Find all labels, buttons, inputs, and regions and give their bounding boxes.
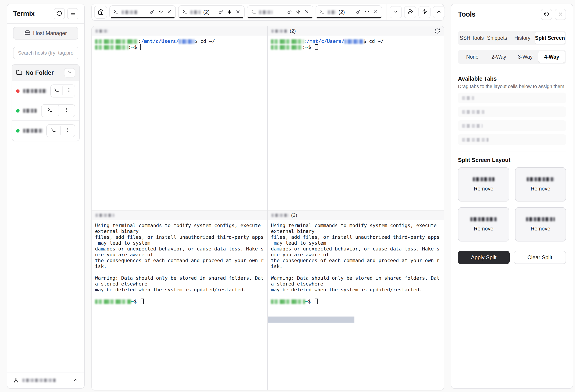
sidebar-menu-button[interactable] [67,8,78,19]
prompt-path: /mnt/c/Users/ [307,38,344,44]
username-redacted [22,379,56,382]
collapse-tabbar-button[interactable] [433,6,445,18]
host-connect-button[interactable] [42,105,58,116]
assigned-tab-redacted [527,177,554,181]
split-3way-option[interactable]: 3-Way [512,51,539,63]
tools-refresh-button[interactable] [541,9,552,20]
terminal-output[interactable]: Using terminal commands to modify system… [268,220,444,390]
split-vertical-icon[interactable] [364,9,370,15]
host-menu-button[interactable] [58,105,75,116]
remove-button[interactable]: Remove [474,226,493,232]
terminal-pane-top-left[interactable]: :/mnt/c/Users/$ cd ~/ :~$ [92,26,268,211]
tab-overflow-button[interactable] [390,6,402,18]
available-tab-item[interactable] [458,121,566,131]
tools-hammer-button[interactable] [404,6,416,18]
layout-cell-top-left[interactable]: Remove [458,167,509,201]
zap-icon [422,9,427,15]
home-button[interactable] [94,6,107,19]
close-tab-icon[interactable] [373,9,378,15]
terminal-pane-top-right[interactable]: (2) :/mnt/c/Users/$ cd ~/ :~$ [268,26,444,211]
host-manager-section: Host Manager [7,24,84,43]
key-icon [356,9,361,15]
folder-header[interactable]: No Folder [12,65,79,81]
prompt-tilde: ~ [305,44,308,50]
tab-title-redacted [121,10,138,14]
terminal-pane-bottom-left[interactable]: Using terminal commands to modify system… [92,211,268,390]
layout-cell-bottom-right[interactable]: Remove [515,207,566,242]
terminal-tabbar: (2) (2) [91,4,444,21]
host-status-dot-online [16,129,20,133]
host-actions [41,104,75,117]
chevron-up-icon [436,9,442,15]
host-row[interactable] [12,121,79,141]
terminal-tab[interactable]: (2) [315,5,382,19]
rotate-ccw-icon [57,11,62,17]
split-vertical-icon[interactable] [296,9,301,15]
host-row[interactable] [12,101,79,121]
terminal-warning-text: Using terminal commands to modify system… [271,223,441,293]
search-input[interactable] [13,47,78,59]
clear-split-button[interactable]: Clear Split [514,251,566,264]
refresh-cw-icon[interactable] [434,28,440,34]
tools-header: Tools [451,4,573,25]
command-text: $ cd ~/ [194,38,215,44]
tools-close-button[interactable] [555,9,566,20]
split-vertical-icon[interactable] [227,9,232,15]
host-manager-button[interactable]: Host Manager [13,27,78,40]
terminal-output[interactable]: :/mnt/c/Users/$ cd ~/ :~$ [268,36,444,210]
apply-split-button[interactable]: Apply Split [458,251,510,264]
remove-button[interactable]: Remove [530,226,550,232]
pane-title-redacted [96,29,108,33]
more-vertical-icon [64,107,70,114]
host-name-redacted [23,109,37,113]
terminal-output[interactable]: Using terminal commands to modify system… [92,220,267,390]
tab-name-redacted [462,124,483,128]
key-icon [218,9,224,15]
pane-session-count: (2) [290,28,296,34]
terminal-tab[interactable]: (2) [178,5,245,19]
tab-history[interactable]: History [510,32,535,44]
pane-header: (2) [268,26,444,36]
pane-session-count: (2) [291,212,297,218]
split-vertical-icon[interactable] [158,9,164,15]
tab-split-screen[interactable]: Split Screen [535,32,565,44]
tools-panel: Tools SSH Tools Snippets History Split S… [451,4,573,389]
host-connect-button[interactable] [51,85,63,97]
available-tabs-hint: Drag tabs to the layout cells below to a… [458,84,566,89]
terminal-tab[interactable] [247,5,313,19]
terminal-output[interactable]: :/mnt/c/Users/$ cd ~/ :~$ [92,36,267,210]
available-tab-item[interactable] [458,134,566,145]
key-icon [287,9,292,15]
tab-title-redacted [190,10,201,14]
close-tab-icon[interactable] [167,9,172,15]
host-connect-button[interactable] [47,125,61,136]
terminal-tab[interactable] [109,5,176,19]
terminal-icon [113,9,119,15]
remove-button[interactable]: Remove [474,186,493,192]
remove-button[interactable]: Remove [530,186,550,192]
prompt-user-redacted [344,39,363,44]
tab-ssh-tools[interactable]: SSH Tools [459,32,484,44]
search-section [7,43,84,63]
host-menu-button[interactable] [60,125,75,136]
tab-snippets[interactable]: Snippets [484,32,510,44]
available-tab-item[interactable] [458,106,566,117]
host-row[interactable] [12,81,79,101]
split-2way-option[interactable]: 2-Way [486,51,512,63]
host-menu-button[interactable] [62,85,75,97]
available-tab-item[interactable] [458,93,566,103]
quick-actions-button[interactable] [418,6,431,18]
close-tab-icon[interactable] [304,9,309,15]
split-layout-heading: Split Screen Layout [458,157,566,163]
split-none-option[interactable]: None [459,51,486,63]
sidebar-refresh-button[interactable] [54,8,65,19]
user-icon [13,377,19,384]
host-actions [46,124,75,137]
layout-cell-bottom-left[interactable]: Remove [458,207,509,242]
layout-cell-top-right[interactable]: Remove [515,167,566,201]
sidebar-user-footer[interactable] [7,372,84,388]
folder-collapse-button[interactable] [64,68,75,77]
terminal-pane-bottom-right[interactable]: (2) Using terminal commands to modify sy… [268,211,444,390]
split-4way-option[interactable]: 4-Way [538,51,565,63]
close-tab-icon[interactable] [235,9,240,15]
